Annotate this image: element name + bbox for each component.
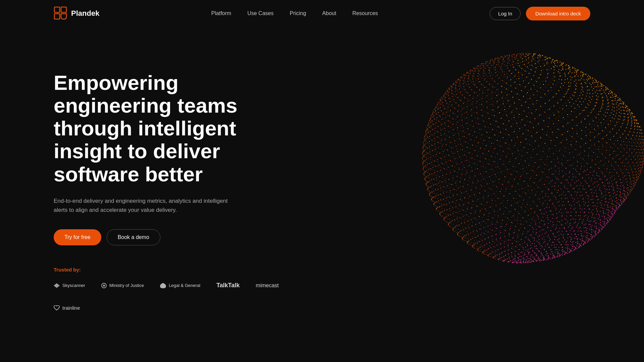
trusted-logos: Skyscanner Ministry of Justice Legal & G… (54, 282, 288, 311)
trusted-label: Trusted by: (54, 267, 288, 273)
nav-use-cases[interactable]: Use Cases (247, 10, 273, 16)
hero-content: Empowering engineering teams through int… (54, 71, 288, 311)
logo-mimecast: mimecast (256, 283, 279, 289)
hero-section: Empowering engineering teams through int… (0, 27, 644, 328)
logo-talktalk: TalkTalk (216, 282, 239, 289)
logo[interactable]: Plandek (54, 6, 99, 20)
download-button[interactable]: Download intro deck (526, 7, 590, 20)
hero-sphere-visual (376, 7, 644, 308)
nav-resources[interactable]: Resources (352, 10, 378, 16)
hero-title: Empowering engineering teams through int… (54, 71, 288, 186)
logo-ministry: Ministry of Justice (101, 283, 144, 288)
logo-text: Plandek (71, 9, 99, 18)
logo-skyscanner: Skyscanner (54, 283, 85, 288)
svg-point-4 (103, 285, 105, 287)
svg-rect-1 (54, 14, 60, 19)
skyscanner-icon (54, 283, 60, 288)
nav-links: Platform Use Cases Pricing About Resourc… (211, 10, 378, 16)
svg-rect-2 (61, 7, 66, 12)
logo-trainline: trainline (54, 305, 80, 311)
login-button[interactable]: Log In (490, 7, 521, 20)
nav-pricing[interactable]: Pricing (290, 10, 306, 16)
try-free-button[interactable]: Try for free (54, 229, 101, 245)
nav-actions: Log In Download intro deck (490, 7, 590, 20)
svg-rect-0 (54, 7, 60, 12)
nav-platform[interactable]: Platform (211, 10, 231, 16)
trainline-heart-icon (54, 305, 60, 311)
legal-icon (160, 283, 166, 288)
logo-icon (54, 6, 68, 20)
book-demo-button[interactable]: Book a demo (107, 229, 160, 245)
logo-legal: Legal & General (160, 283, 200, 288)
ministry-icon (101, 283, 107, 288)
hero-buttons: Try for free Book a demo (54, 229, 288, 245)
nav-about[interactable]: About (322, 10, 336, 16)
navigation: Plandek Platform Use Cases Pricing About… (0, 0, 644, 27)
hero-subtitle: End-to-end delivery and engineering metr… (54, 196, 228, 215)
